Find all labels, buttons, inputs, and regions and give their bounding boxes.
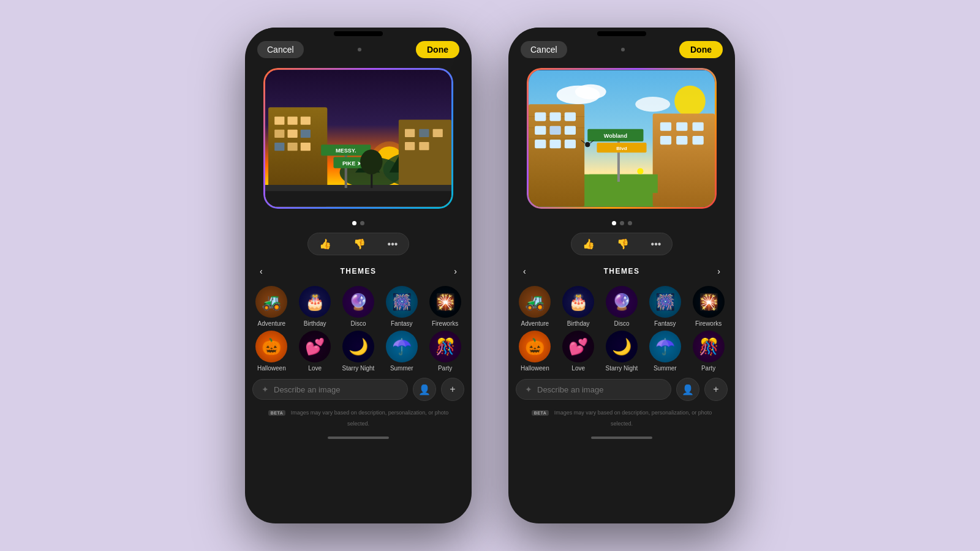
- svg-rect-51: [535, 126, 546, 135]
- page-dot-2a: [620, 221, 624, 225]
- svg-rect-19: [405, 129, 415, 137]
- beta-text-1: Images may vary based on description, pe…: [291, 410, 449, 427]
- theme-icon-disco-1: 🔮: [342, 286, 374, 318]
- thumbs-down-button-2[interactable]: 👎: [606, 233, 640, 255]
- plus-button-2[interactable]: +: [704, 378, 728, 401]
- page-indicators-1: [245, 221, 472, 225]
- theme-party-1[interactable]: 🎊 Party: [424, 331, 466, 372]
- svg-rect-13: [287, 130, 297, 138]
- thumbs-up-button-1[interactable]: 👍: [308, 233, 342, 255]
- theme-party-2[interactable]: 🎊 Party: [688, 331, 729, 372]
- svg-text:Blvd: Blvd: [616, 146, 627, 151]
- notch-pill: [334, 31, 383, 36]
- phone-notch-2: [508, 28, 735, 36]
- describe-input-1[interactable]: [274, 385, 399, 394]
- theme-halloween-2[interactable]: 🎃 Halloween: [514, 331, 556, 372]
- svg-rect-56: [565, 140, 576, 148]
- svg-rect-23: [419, 142, 429, 150]
- image-inner-2: Wobland Blvd: [529, 70, 715, 207]
- svg-rect-48: [535, 112, 546, 121]
- home-bar-2: [591, 437, 652, 439]
- svg-rect-61: [660, 136, 671, 144]
- image-container-1: MESSY. PIKE ➤: [263, 68, 453, 209]
- themes-prev-1[interactable]: ‹: [255, 264, 268, 279]
- theme-label-fantasy-1: Fantasy: [391, 320, 413, 327]
- theme-icon-halloween-1: 🎃: [255, 331, 287, 362]
- theme-disco-2[interactable]: 🔮 Disco: [601, 286, 643, 327]
- theme-icon-starry-2: 🌙: [606, 331, 638, 362]
- done-button-2[interactable]: Done: [679, 41, 723, 58]
- theme-fireworks-2[interactable]: 🎇 Fireworks: [688, 286, 729, 327]
- theme-fireworks-1[interactable]: 🎇 Fireworks: [424, 286, 466, 327]
- themes-next-2[interactable]: ›: [712, 264, 725, 279]
- theme-adventure-1[interactable]: 🚜 Adventure: [251, 286, 292, 327]
- theme-halloween-1[interactable]: 🎃 Halloween: [251, 331, 292, 372]
- themes-title-1: THEMES: [340, 267, 376, 276]
- svg-rect-12: [274, 130, 284, 138]
- svg-point-32: [360, 149, 382, 174]
- theme-birthday-2[interactable]: 🎂 Birthday: [558, 286, 599, 327]
- theme-starry-1[interactable]: 🌙 Starry Night: [338, 331, 379, 372]
- svg-rect-10: [287, 117, 297, 125]
- theme-icon-adventure-2: 🚜: [519, 286, 551, 318]
- theme-starry-2[interactable]: 🌙 Starry Night: [601, 331, 643, 372]
- theme-love-1[interactable]: 💕 Love: [295, 331, 336, 372]
- theme-adventure-2[interactable]: 🚜 Adventure: [514, 286, 556, 327]
- theme-icon-summer-1: ☂️: [386, 331, 418, 362]
- themes-prev-2[interactable]: ‹: [518, 264, 531, 279]
- thumbs-up-button-2[interactable]: 👍: [571, 233, 606, 255]
- sparkle-icon-2: ✦: [525, 384, 532, 394]
- theme-label-disco-2: Disco: [614, 320, 629, 327]
- person-button-2[interactable]: 👤: [676, 378, 699, 401]
- svg-rect-53: [565, 126, 576, 135]
- describe-input-2[interactable]: [537, 385, 662, 394]
- svg-text:MESSY.: MESSY.: [336, 148, 356, 154]
- theme-label-summer-2: Summer: [654, 365, 677, 372]
- phone-header-2: Cancel Done: [508, 36, 735, 63]
- svg-rect-25: [345, 151, 347, 188]
- theme-icon-summer-2: ☂️: [649, 331, 681, 362]
- done-button-1[interactable]: Done: [416, 41, 459, 58]
- svg-point-41: [637, 168, 643, 174]
- cancel-button-2[interactable]: Cancel: [521, 41, 567, 58]
- svg-point-70: [585, 142, 590, 147]
- plus-button-1[interactable]: +: [441, 378, 464, 401]
- home-bar-1: [328, 437, 389, 439]
- more-button-2[interactable]: •••: [640, 233, 673, 255]
- person-button-1[interactable]: 👤: [413, 378, 436, 401]
- themes-title-2: THEMES: [603, 267, 639, 276]
- svg-rect-65: [617, 135, 620, 182]
- svg-rect-16: [287, 143, 297, 151]
- svg-text:Wobland: Wobland: [604, 133, 627, 139]
- theme-summer-1[interactable]: ☂️ Summer: [381, 331, 422, 372]
- svg-point-36: [635, 97, 670, 111]
- theme-icon-birthday-2: 🎂: [562, 286, 594, 318]
- status-dot-1: [358, 48, 361, 51]
- cancel-button-1[interactable]: Cancel: [257, 41, 304, 58]
- theme-summer-2[interactable]: ☂️ Summer: [644, 331, 685, 372]
- describe-input-wrapper-2[interactable]: ✦: [516, 379, 671, 400]
- phone-1: Cancel Done: [245, 28, 472, 523]
- theme-fantasy-2[interactable]: 🎆 Fantasy: [644, 286, 685, 327]
- action-bar-inner-1: 👍 👎 •••: [307, 233, 410, 255]
- action-bar-2: 👍 👎 •••: [508, 233, 735, 255]
- theme-label-birthday-2: Birthday: [567, 320, 590, 327]
- theme-icon-party-1: 🎊: [429, 331, 461, 362]
- more-button-1[interactable]: •••: [377, 233, 409, 255]
- themes-next-1[interactable]: ›: [449, 264, 462, 279]
- svg-rect-52: [549, 126, 560, 135]
- describe-input-wrapper-1[interactable]: ✦: [252, 379, 408, 400]
- theme-birthday-1[interactable]: 🎂 Birthday: [295, 286, 336, 327]
- image-gradient-2: Wobland Blvd: [527, 68, 717, 209]
- page-dot-1: [360, 221, 364, 225]
- theme-disco-1[interactable]: 🔮 Disco: [338, 286, 379, 327]
- theme-label-starry-1: Starry Night: [342, 365, 375, 372]
- thumbs-down-button-1[interactable]: 👎: [342, 233, 377, 255]
- page-dot-2b: [628, 221, 632, 225]
- theme-love-2[interactable]: 💕 Love: [558, 331, 599, 372]
- action-bar-1: 👍 👎 •••: [245, 233, 472, 255]
- theme-fantasy-1[interactable]: 🎆 Fantasy: [381, 286, 422, 327]
- theme-label-party-2: Party: [701, 365, 715, 372]
- theme-icon-fantasy-1: 🎆: [386, 286, 418, 318]
- home-indicator-1: [245, 432, 472, 444]
